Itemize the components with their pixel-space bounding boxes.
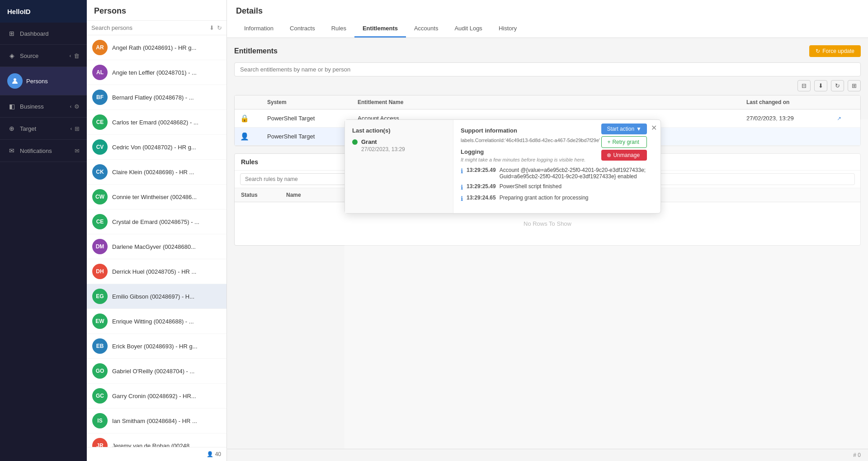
log-entries: ℹ 13:29:25.49 Account @{value=a6e95cb2-2… (461, 167, 653, 202)
avatar: AR (92, 40, 108, 55)
list-item[interactable]: CE Carlos ter Emard (00248682) - ... (87, 110, 226, 135)
expand-button[interactable]: ⊞ (848, 80, 861, 91)
retry-grant-label: Retry grant (612, 139, 639, 145)
col-system: System (267, 99, 358, 105)
list-item[interactable]: AR Angel Rath (00248691) - HR g... (87, 35, 226, 60)
sidebar-item-persons[interactable]: Persons (0, 67, 87, 95)
download-icon[interactable]: ⬇ (209, 24, 214, 31)
entitlements-top-bar: Entitlements ↻ Force update (234, 45, 861, 57)
unmanage-button[interactable]: ⊗ Unmanage (601, 150, 647, 161)
list-item[interactable]: IS Ian Smitham (00248684) - HR ... (87, 409, 226, 433)
avatar: CV (92, 139, 108, 155)
log-message: Preparing grant action for processing (500, 195, 589, 201)
sidebar-item-label-business: Business (20, 103, 44, 110)
person-name: Jeremy van de Rohan (00248... (112, 442, 194, 447)
persons-count: 40 (215, 451, 221, 457)
popup-box: ✕ Start action ▼ + Retry grant ⊗ (344, 119, 661, 214)
force-update-button[interactable]: ↻ Force update (809, 45, 861, 57)
unmanage-label: Unmanage (613, 152, 640, 158)
popup-close-button[interactable]: ✕ (651, 124, 657, 132)
tab-accounts[interactable]: Accounts (406, 20, 446, 38)
sidebar-item-source[interactable]: ◈ Source ‹ 🗑 (0, 45, 87, 67)
start-action-button[interactable]: Start action ▼ (601, 124, 647, 134)
avatar: EB (92, 338, 108, 354)
avatar: IS (92, 413, 108, 428)
list-item[interactable]: EW Enrique Witting (00248688) - ... (87, 309, 226, 334)
list-item[interactable]: JR Jeremy van de Rohan (00248... (87, 433, 226, 447)
business-chevron-icon: ‹ (70, 104, 71, 109)
sidebar-item-label-persons: Persons (26, 78, 48, 85)
list-item[interactable]: AL Angie ten Leffler (00248701) - ... (87, 60, 226, 85)
details-title: Details (236, 6, 859, 16)
avatar: AL (92, 65, 108, 80)
list-item[interactable]: CV Cedric Von (00248702) - HR g... (87, 135, 226, 160)
list-item[interactable]: CE Crystal de Emard (00248675) - ... (87, 209, 226, 234)
force-update-label: Force update (822, 48, 854, 54)
target-chevron-icon: ‹ (71, 126, 72, 131)
persons-title: Persons (87, 0, 226, 21)
sidebar-logo: HelloID (0, 0, 87, 23)
sidebar-item-dashboard[interactable]: ⊞ Dashboard (0, 23, 87, 45)
person-name: Bernard Flatley (00248678) - ... (112, 94, 194, 101)
list-item[interactable]: CW Connie ter Wintheiser (002486... (87, 185, 226, 209)
persons-list: AR Angel Rath (00248691) - HR g... AL An… (87, 35, 226, 447)
business-icon: ◧ (7, 102, 16, 111)
list-item[interactable]: BF Bernard Flatley (00248678) - ... (87, 85, 226, 110)
refresh-icon[interactable]: ↻ (217, 24, 222, 31)
avatar: CK (92, 164, 108, 180)
source-delete-icon[interactable]: 🗑 (74, 52, 80, 59)
col-icon (240, 99, 267, 105)
entitlements-table-header: System Entitlement Name Last changed on (235, 95, 860, 109)
grant-date: 27/02/2023, 13:29 (361, 146, 405, 152)
tab-information[interactable]: Information (236, 20, 282, 38)
target-grid-icon[interactable]: ⊞ (75, 125, 80, 132)
list-item[interactable]: DM Darlene MacGyver (00248680... (87, 234, 226, 259)
tab-entitlements[interactable]: Entitlements (354, 20, 406, 38)
list-item: ℹ 13:29:25.49 PowerShell script finished (461, 183, 653, 191)
list-item[interactable]: EG Emilio Gibson (00248697) - H... (87, 284, 226, 309)
row1-system: PowerShell Target (267, 115, 358, 122)
sidebar-item-label-dashboard: Dashboard (20, 30, 49, 37)
col-name: Entitlement Name (358, 99, 746, 105)
start-action-dropdown-icon: ▼ (636, 126, 642, 132)
details-tabs: Information Contracts Rules Entitlements… (236, 20, 859, 38)
tab-contracts[interactable]: Contracts (282, 20, 323, 38)
sidebar-item-target[interactable]: ⊕ Target ‹ ⊞ (0, 118, 87, 140)
sidebar-item-notifications[interactable]: ✉ Notifications ✉ (0, 140, 87, 162)
list-item[interactable]: CK Claire Klein (00248698) - HR ... (87, 160, 226, 185)
source-icon: ◈ (7, 51, 16, 60)
refresh-entitlements-button[interactable]: ↻ (831, 80, 844, 91)
tab-history[interactable]: History (491, 20, 525, 38)
search-input[interactable] (91, 24, 207, 31)
log-time: 13:29:25.49 (467, 167, 496, 173)
logo-text: HelloID (7, 8, 31, 15)
sidebar: HelloID ⊞ Dashboard ◈ Source ‹ 🗑 Persons… (0, 0, 87, 461)
log-time: 13:29:24.65 (467, 195, 496, 201)
sidebar-item-business[interactable]: ◧ Business ‹ ⚙ (0, 95, 87, 118)
avatar: JR (92, 438, 108, 447)
avatar: GO (92, 363, 108, 379)
row2-icon: 👤 (240, 132, 267, 141)
list-item[interactable]: GO Gabriel O'Reilly (00248704) - ... (87, 359, 226, 384)
list-item[interactable]: DH Derrick Huel (00248705) - HR ... (87, 259, 226, 284)
row1-icon: 🔒 (240, 114, 267, 123)
tab-rules[interactable]: Rules (323, 20, 354, 38)
avatar: EW (92, 314, 108, 329)
source-chevron-icon: ‹ (70, 53, 71, 58)
log-time: 13:29:25.49 (467, 183, 496, 190)
tab-audit-logs[interactable]: Audit Logs (446, 20, 490, 38)
retry-grant-button[interactable]: + Retry grant (601, 136, 647, 148)
col-action (837, 99, 855, 105)
filter-button[interactable]: ⊟ (797, 80, 811, 91)
persons-count-icon: 👤 (207, 451, 213, 457)
export-button[interactable]: ⬇ (814, 80, 827, 91)
person-name: Angel Rath (00248691) - HR g... (112, 44, 196, 51)
list-item[interactable]: EB Erick Boyer (00248693) - HR g... (87, 334, 226, 359)
notifications-mail-icon[interactable]: ✉ (75, 147, 80, 154)
list-item[interactable]: GC Garry Cronin (00248692) - HR... (87, 384, 226, 409)
persons-footer: 👤 40 (87, 447, 226, 461)
entitlements-search-input[interactable] (240, 66, 855, 73)
business-settings-icon[interactable]: ⚙ (74, 103, 80, 110)
avatar: EG (92, 289, 108, 304)
start-action-label: Start action (607, 126, 634, 132)
